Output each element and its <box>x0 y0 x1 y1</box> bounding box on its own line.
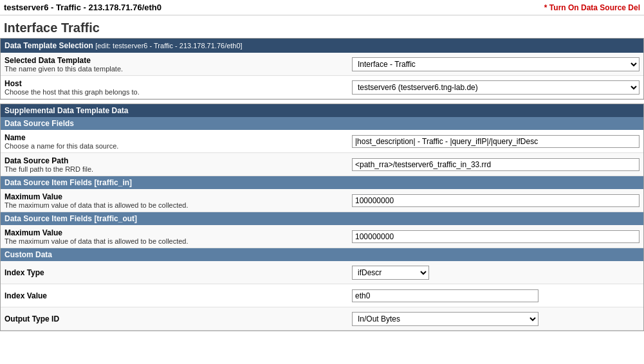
traffic-out-max-input[interactable] <box>352 230 639 243</box>
name-label: Name <box>5 133 352 142</box>
data-source-path-label: Data Source Path <box>5 156 352 165</box>
traffic-in-max-label-col: Maximum Value The maximum value of data … <box>5 192 352 209</box>
index-value-input[interactable] <box>352 289 538 302</box>
output-type-id-select[interactable]: In/Out Bytes <box>352 312 538 326</box>
interface-traffic-label: Interface Traffic <box>0 15 644 38</box>
selected-data-template-select[interactable]: Interface - Traffic <box>352 57 639 71</box>
traffic-in-max-desc: The maximum value of data that is allowe… <box>5 201 352 209</box>
edit-info: [edit: testserver6 - Traffic - 213.178.7… <box>95 42 242 50</box>
name-input[interactable] <box>352 135 639 148</box>
host-input-col: testserver6 (testserver6.tng-lab.de) <box>352 80 639 95</box>
host-label: Host <box>5 79 352 88</box>
selected-data-template-input-col: Interface - Traffic <box>352 57 639 71</box>
host-label-col: Host Choose the host that this graph bel… <box>5 79 352 96</box>
page-header: testserver6 - Traffic - 213.178.71.76/et… <box>0 0 644 15</box>
traffic-out-max-row: Maximum Value The maximum value of data … <box>1 225 643 248</box>
selected-data-template-row: Selected Data Template The name given to… <box>1 53 643 76</box>
data-source-path-desc: The full path to the RRD file. <box>5 165 352 173</box>
traffic-out-max-label-col: Maximum Value The maximum value of data … <box>5 228 352 245</box>
index-type-input-col: ifDescr <box>352 266 639 280</box>
name-input-col <box>352 135 639 148</box>
index-type-label: Index Type <box>5 268 352 277</box>
traffic-in-max-input[interactable] <box>352 194 639 207</box>
data-template-header: Data Template Selection [edit: testserve… <box>1 39 643 53</box>
data-source-path-input-col <box>352 158 639 171</box>
custom-data-header: Custom Data <box>1 248 643 261</box>
traffic-in-header: Data Source Item Fields [traffic_in] <box>1 176 643 189</box>
index-type-label-col: Index Type <box>5 268 352 277</box>
traffic-in-max-input-col <box>352 194 639 207</box>
host-desc: Choose the host that this graph belongs … <box>5 88 352 96</box>
index-value-label-col: Index Value <box>5 291 352 300</box>
output-type-id-input-col: In/Out Bytes <box>352 312 639 326</box>
index-value-input-col <box>352 289 639 302</box>
page-title: testserver6 - Traffic - 213.178.71.76/et… <box>4 3 161 12</box>
output-type-id-row: Output Type ID In/Out Bytes <box>1 307 643 331</box>
data-source-path-input[interactable] <box>352 158 639 171</box>
index-type-select[interactable]: ifDescr <box>352 266 429 280</box>
name-desc: Choose a name for this data source. <box>5 142 352 150</box>
data-template-section: Data Template Selection [edit: testserve… <box>0 38 644 100</box>
data-source-fields-header: Data Source Fields <box>1 117 643 130</box>
data-source-path-row: Data Source Path The full path to the RR… <box>1 153 643 176</box>
turn-on-link[interactable]: * Turn On Data Source Del <box>544 3 640 12</box>
traffic-out-max-desc: The maximum value of data that is allowe… <box>5 237 352 245</box>
traffic-out-max-label: Maximum Value <box>5 228 352 237</box>
traffic-in-max-label: Maximum Value <box>5 192 352 201</box>
host-row: Host Choose the host that this graph bel… <box>1 76 643 99</box>
output-type-id-label: Output Type ID <box>5 314 352 323</box>
supplemental-header: Supplemental Data Template Data <box>1 104 643 117</box>
host-select[interactable]: testserver6 (testserver6.tng-lab.de) <box>352 80 639 95</box>
data-source-path-label-col: Data Source Path The full path to the RR… <box>5 156 352 173</box>
index-value-label: Index Value <box>5 291 352 300</box>
selected-data-template-desc: The name given to this data template. <box>5 65 352 73</box>
supplemental-section: Supplemental Data Template Data Data Sou… <box>0 104 644 331</box>
traffic-out-max-input-col <box>352 230 639 243</box>
name-row: Name Choose a name for this data source. <box>1 130 643 153</box>
traffic-out-header: Data Source Item Fields [traffic_out] <box>1 212 643 225</box>
traffic-in-max-row: Maximum Value The maximum value of data … <box>1 189 643 212</box>
name-label-col: Name Choose a name for this data source. <box>5 133 352 150</box>
output-type-id-label-col: Output Type ID <box>5 314 352 323</box>
selected-data-template-label: Selected Data Template <box>5 56 352 65</box>
index-type-row: Index Type ifDescr <box>1 261 643 284</box>
index-value-row: Index Value <box>1 284 643 307</box>
selected-data-template-label-col: Selected Data Template The name given to… <box>5 56 352 73</box>
